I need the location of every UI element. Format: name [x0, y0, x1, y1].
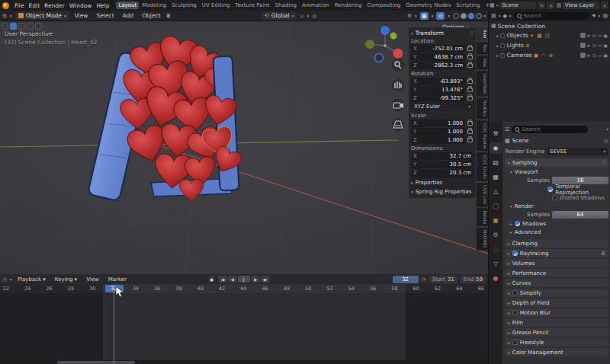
section-grease-pencil[interactable]: ▸Grease Pencil — [505, 328, 608, 337]
dimensions-z-field[interactable]: Z20.3 cm — [411, 169, 474, 177]
playhead-line[interactable] — [114, 284, 114, 364]
gizmo-z-axis[interactable] — [380, 26, 390, 35]
n-panel-tab-hardops[interactable]: HardOps — [477, 97, 488, 119]
panel-drag-dots-icon[interactable]: ⠿ — [602, 160, 605, 165]
world-icon[interactable]: ◯ — [490, 200, 502, 212]
hide-eye-icon[interactable]: ⊙ — [592, 33, 596, 38]
render-disable-icon[interactable]: ▣ — [603, 33, 608, 38]
expand-icon[interactable]: ▸ — [496, 53, 499, 58]
pause-button[interactable]: ‖ — [238, 276, 250, 283]
location-z-field[interactable]: Z2862.3 cm — [411, 62, 465, 69]
shadows-checkbox[interactable] — [515, 221, 520, 226]
section-depth-of-field[interactable]: ▸Depth of Field — [505, 299, 608, 307]
frame-tick-58[interactable]: 58 — [387, 286, 402, 292]
lock-icon[interactable] — [467, 63, 473, 68]
frame-tick-42[interactable]: 42 — [214, 286, 230, 292]
display-mode-icon[interactable]: ▤ — [491, 13, 496, 19]
hide-eye-icon[interactable]: ⊙ — [592, 43, 596, 48]
panel-drag-dots-icon[interactable]: ⠿ — [470, 30, 474, 36]
rotation-x-field[interactable]: X-63.893° — [411, 78, 465, 85]
pin-icon[interactable]: ◎ — [604, 138, 608, 144]
current-frame-field[interactable]: 32 — [393, 276, 419, 283]
selectable-icon[interactable]: ➤ — [587, 43, 591, 48]
rotation-y-field[interactable]: Y13.476° — [411, 86, 465, 94]
workspace-tab-uv-editing[interactable]: UV Editing — [200, 2, 233, 9]
filter-funnel-icon[interactable] — [592, 14, 596, 18]
horizontal-scrollbar[interactable] — [57, 361, 135, 364]
sampling-panel-header[interactable]: ▾Sampling ⠿ — [505, 158, 608, 167]
snap-magnet-icon[interactable]: ∪ — [300, 13, 303, 19]
render-icon[interactable]: ◉ — [490, 142, 502, 154]
properties-editor-icon[interactable]: ☰ — [505, 126, 509, 133]
exclude-checkbox[interactable] — [580, 53, 586, 58]
frame-tick-30[interactable]: 30 — [85, 286, 100, 292]
timeline-dopesheet-area[interactable] — [0, 293, 488, 360]
mode-toggle-2[interactable] — [27, 23, 34, 30]
remove-view-layer-button[interactable]: ✕ — [601, 2, 608, 9]
wireframe-shading-button[interactable] — [453, 13, 459, 19]
perspective-grid-icon[interactable] — [392, 119, 405, 132]
workspace-tab-geometry-nodes[interactable]: Geometry Nodes — [403, 2, 453, 9]
timeline-scrub-area[interactable]: 2224262830323436384042444648505254565860… — [0, 284, 488, 293]
dimensions-y-field[interactable]: Y30.5 cm — [411, 161, 474, 168]
modifiers-icon[interactable]: ⚙ — [490, 229, 502, 241]
workspace-tab-rendering[interactable]: Rendering — [332, 2, 364, 9]
timeline-menu-view[interactable]: View — [84, 276, 101, 283]
location-y-field[interactable]: Y4638.7 cm — [411, 53, 465, 61]
menu-file[interactable]: File — [12, 2, 27, 9]
frame-start-field[interactable]: Start 31 — [429, 276, 458, 283]
view-layer-icon[interactable]: ▦ — [490, 171, 502, 183]
scale-x-field[interactable]: X1.000 — [411, 120, 465, 127]
mode-toggle-3[interactable] — [35, 23, 42, 30]
workspace-tab-texture-paint[interactable]: Texture Paint — [233, 2, 271, 9]
workspace-tab-compositing[interactable]: Compositing — [364, 2, 403, 9]
n-panel-tab-cc-ic-create[interactable]: CC/iC Create — [477, 153, 488, 182]
properties-options-icon[interactable]: ▾ — [606, 127, 608, 132]
lock-icon[interactable] — [467, 55, 473, 59]
render-disable-icon[interactable]: ▣ — [603, 53, 608, 58]
new-scene-button[interactable]: ⧉ — [538, 2, 545, 9]
frame-tick-34[interactable]: 34 — [128, 286, 143, 292]
lock-icon[interactable] — [467, 138, 473, 142]
lock-icon[interactable] — [467, 79, 473, 84]
frame-tick-48[interactable]: 48 — [279, 286, 294, 292]
object-icon[interactable]: ▣ — [490, 215, 502, 226]
section-performance[interactable]: ▸Performance — [505, 269, 608, 277]
output-icon[interactable]: ▤ — [490, 157, 502, 168]
frame-tick-38[interactable]: 38 — [171, 286, 186, 292]
section-checkbox[interactable] — [512, 310, 518, 315]
section-checkbox[interactable] — [512, 251, 518, 256]
delete-scene-button[interactable]: ✕ — [547, 2, 554, 9]
tool-icon[interactable]: ⚒ — [490, 128, 502, 139]
section-curves[interactable]: ▸Curves — [505, 279, 608, 287]
frame-tick-24[interactable]: 24 — [20, 286, 35, 292]
timeline-menu-marker[interactable]: Marker — [106, 276, 129, 283]
viewport-menu-view[interactable]: View — [72, 12, 91, 19]
jump-to-end-button[interactable]: ▶| — [261, 276, 270, 283]
dimensions-x-field[interactable]: X32.7 cm — [411, 152, 474, 160]
workspace-tab-modeling[interactable]: Modeling — [140, 2, 169, 9]
panel-spring-rig-properties[interactable]: ▾Spring Rig Properties — [411, 187, 474, 196]
workspace-tab-layout[interactable]: Layout — [116, 2, 139, 9]
viewport-disable-icon[interactable]: ▭ — [598, 43, 602, 48]
auto-keying-record-icon[interactable]: ● — [208, 276, 215, 283]
rotation-mode-dropdown[interactable]: XYZ Euler▾ — [411, 103, 474, 110]
section-simplify[interactable]: ▸Simplify — [505, 289, 608, 297]
jittered-shadows-checkbox[interactable] — [552, 195, 557, 200]
frame-tick-26[interactable]: 26 — [42, 286, 57, 292]
frame-tick-40[interactable]: 40 — [193, 286, 208, 292]
preset-icon[interactable]: ≣ — [601, 251, 605, 257]
frame-end-field[interactable]: End 59 — [461, 276, 486, 283]
viewport-disable-icon[interactable]: ▭ — [598, 33, 602, 38]
outliner-row-objects[interactable]: ▸▢Objects✦ ▦ ◳➤⊙▭▣ — [489, 30, 610, 40]
temporal-reprojection-checkbox[interactable] — [547, 187, 553, 192]
scale-z-field[interactable]: Z1.000 — [411, 136, 465, 144]
mode-toggle-1[interactable] — [18, 23, 25, 30]
new-collection-icon[interactable]: ▨ — [602, 13, 608, 19]
material-icon[interactable]: ● — [490, 273, 502, 284]
rotation-z-field[interactable]: Z-99.325° — [411, 94, 465, 102]
proportional-edit-icon[interactable]: ◎ — [312, 13, 316, 19]
data-icon[interactable]: ▽ — [490, 258, 502, 270]
object-filter-icon[interactable]: ◆ — [502, 13, 506, 19]
next-keyframe-button[interactable]: |▶ — [251, 276, 260, 283]
